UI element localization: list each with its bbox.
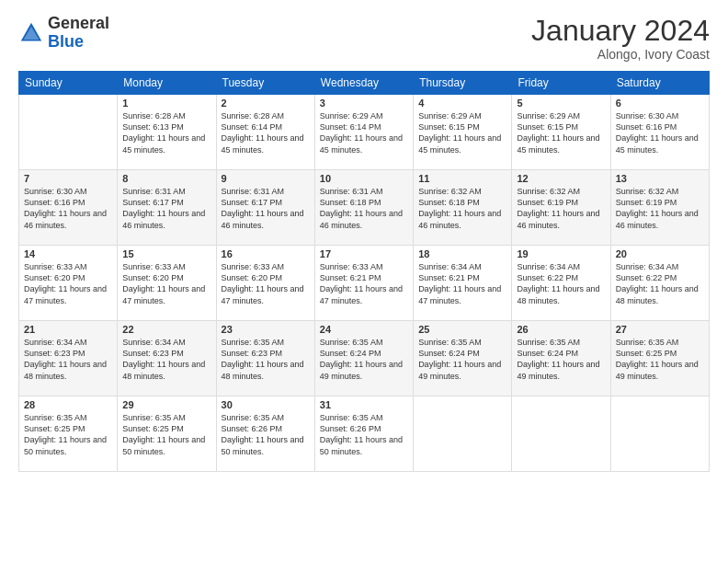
calendar-cell: 6Sunrise: 6:30 AM Sunset: 6:16 PM Daylig… xyxy=(610,95,709,170)
col-saturday: Saturday xyxy=(610,72,709,95)
calendar-cell: 17Sunrise: 6:33 AM Sunset: 6:21 PM Dayli… xyxy=(314,246,413,321)
calendar-cell: 10Sunrise: 6:31 AM Sunset: 6:18 PM Dayli… xyxy=(314,170,413,246)
cell-info: Sunrise: 6:31 AM Sunset: 6:18 PM Dayligh… xyxy=(320,186,408,231)
cell-info: Sunrise: 6:35 AM Sunset: 6:24 PM Dayligh… xyxy=(418,337,506,382)
col-monday: Monday xyxy=(118,72,216,95)
cell-info: Sunrise: 6:33 AM Sunset: 6:20 PM Dayligh… xyxy=(122,261,210,306)
cell-info: Sunrise: 6:35 AM Sunset: 6:24 PM Dayligh… xyxy=(320,337,408,382)
cell-info: Sunrise: 6:33 AM Sunset: 6:20 PM Dayligh… xyxy=(222,261,310,306)
calendar-cell: 21Sunrise: 6:34 AM Sunset: 6:23 PM Dayli… xyxy=(19,321,118,396)
day-number: 16 xyxy=(222,248,310,259)
cell-info: Sunrise: 6:35 AM Sunset: 6:26 PM Dayligh… xyxy=(222,412,310,457)
calendar-header-row: Sunday Monday Tuesday Wednesday Thursday… xyxy=(19,72,710,95)
day-number: 6 xyxy=(616,98,704,109)
day-number: 2 xyxy=(222,98,310,109)
cell-info: Sunrise: 6:34 AM Sunset: 6:23 PM Dayligh… xyxy=(24,337,112,382)
cell-info: Sunrise: 6:34 AM Sunset: 6:22 PM Dayligh… xyxy=(616,261,704,306)
day-number: 23 xyxy=(222,324,310,335)
header: General Blue January 2024 Alongo, Ivory … xyxy=(18,15,710,62)
day-number: 7 xyxy=(24,173,112,184)
cell-info: Sunrise: 6:34 AM Sunset: 6:23 PM Dayligh… xyxy=(122,337,210,382)
calendar-cell xyxy=(610,396,709,472)
calendar-cell: 4Sunrise: 6:29 AM Sunset: 6:15 PM Daylig… xyxy=(414,95,512,170)
logo-general: General xyxy=(48,14,109,32)
day-number: 31 xyxy=(320,399,408,410)
day-number: 19 xyxy=(517,248,605,259)
col-friday: Friday xyxy=(512,72,610,95)
cell-info: Sunrise: 6:30 AM Sunset: 6:16 PM Dayligh… xyxy=(616,110,704,155)
day-number: 15 xyxy=(122,248,210,259)
cell-info: Sunrise: 6:33 AM Sunset: 6:20 PM Dayligh… xyxy=(24,261,112,306)
day-number: 24 xyxy=(320,324,408,335)
day-number: 25 xyxy=(418,324,506,335)
calendar-cell: 18Sunrise: 6:34 AM Sunset: 6:21 PM Dayli… xyxy=(414,246,512,321)
calendar-cell xyxy=(512,396,610,472)
calendar-cell: 2Sunrise: 6:28 AM Sunset: 6:14 PM Daylig… xyxy=(216,95,314,170)
cell-info: Sunrise: 6:35 AM Sunset: 6:25 PM Dayligh… xyxy=(24,412,112,457)
col-tuesday: Tuesday xyxy=(216,72,314,95)
calendar-cell: 12Sunrise: 6:32 AM Sunset: 6:19 PM Dayli… xyxy=(512,170,610,246)
calendar-cell: 31Sunrise: 6:35 AM Sunset: 6:26 PM Dayli… xyxy=(314,396,413,472)
calendar-table: Sunday Monday Tuesday Wednesday Thursday… xyxy=(18,71,710,472)
cell-info: Sunrise: 6:30 AM Sunset: 6:16 PM Dayligh… xyxy=(24,186,112,231)
calendar-cell: 14Sunrise: 6:33 AM Sunset: 6:20 PM Dayli… xyxy=(19,246,118,321)
calendar-cell: 13Sunrise: 6:32 AM Sunset: 6:19 PM Dayli… xyxy=(610,170,709,246)
cell-info: Sunrise: 6:35 AM Sunset: 6:23 PM Dayligh… xyxy=(222,337,310,382)
cell-info: Sunrise: 6:31 AM Sunset: 6:17 PM Dayligh… xyxy=(122,186,210,231)
cell-info: Sunrise: 6:29 AM Sunset: 6:14 PM Dayligh… xyxy=(320,110,408,155)
day-number: 27 xyxy=(616,324,704,335)
cell-info: Sunrise: 6:29 AM Sunset: 6:15 PM Dayligh… xyxy=(517,110,605,155)
calendar-cell: 9Sunrise: 6:31 AM Sunset: 6:17 PM Daylig… xyxy=(216,170,314,246)
day-number: 17 xyxy=(320,248,408,259)
cell-info: Sunrise: 6:35 AM Sunset: 6:26 PM Dayligh… xyxy=(320,412,408,457)
calendar-cell: 22Sunrise: 6:34 AM Sunset: 6:23 PM Dayli… xyxy=(118,321,216,396)
cell-info: Sunrise: 6:33 AM Sunset: 6:21 PM Dayligh… xyxy=(320,261,408,306)
calendar-cell: 24Sunrise: 6:35 AM Sunset: 6:24 PM Dayli… xyxy=(314,321,413,396)
calendar-cell: 3Sunrise: 6:29 AM Sunset: 6:14 PM Daylig… xyxy=(314,95,413,170)
col-wednesday: Wednesday xyxy=(314,72,413,95)
day-number: 26 xyxy=(517,324,605,335)
logo: General Blue xyxy=(18,15,109,52)
calendar-cell: 23Sunrise: 6:35 AM Sunset: 6:23 PM Dayli… xyxy=(216,321,314,396)
calendar-week-3: 14Sunrise: 6:33 AM Sunset: 6:20 PM Dayli… xyxy=(19,246,710,321)
page-container: General Blue January 2024 Alongo, Ivory … xyxy=(0,0,728,481)
calendar-cell: 20Sunrise: 6:34 AM Sunset: 6:22 PM Dayli… xyxy=(610,246,709,321)
day-number: 9 xyxy=(222,173,310,184)
cell-info: Sunrise: 6:32 AM Sunset: 6:18 PM Dayligh… xyxy=(418,186,506,231)
cell-info: Sunrise: 6:32 AM Sunset: 6:19 PM Dayligh… xyxy=(517,186,605,231)
calendar-cell: 16Sunrise: 6:33 AM Sunset: 6:20 PM Dayli… xyxy=(216,246,314,321)
calendar-cell: 1Sunrise: 6:28 AM Sunset: 6:13 PM Daylig… xyxy=(118,95,216,170)
cell-info: Sunrise: 6:35 AM Sunset: 6:25 PM Dayligh… xyxy=(122,412,210,457)
col-thursday: Thursday xyxy=(414,72,512,95)
logo-icon xyxy=(18,20,44,46)
calendar-cell xyxy=(414,396,512,472)
calendar-cell: 25Sunrise: 6:35 AM Sunset: 6:24 PM Dayli… xyxy=(414,321,512,396)
calendar-cell: 11Sunrise: 6:32 AM Sunset: 6:18 PM Dayli… xyxy=(414,170,512,246)
calendar-week-5: 28Sunrise: 6:35 AM Sunset: 6:25 PM Dayli… xyxy=(19,396,710,472)
calendar-cell: 26Sunrise: 6:35 AM Sunset: 6:24 PM Dayli… xyxy=(512,321,610,396)
cell-info: Sunrise: 6:31 AM Sunset: 6:17 PM Dayligh… xyxy=(222,186,310,231)
cell-info: Sunrise: 6:35 AM Sunset: 6:24 PM Dayligh… xyxy=(517,337,605,382)
cell-info: Sunrise: 6:34 AM Sunset: 6:22 PM Dayligh… xyxy=(517,261,605,306)
day-number: 12 xyxy=(517,173,605,184)
calendar-cell xyxy=(19,95,118,170)
cell-info: Sunrise: 6:28 AM Sunset: 6:13 PM Dayligh… xyxy=(122,110,210,155)
day-number: 22 xyxy=(122,324,210,335)
calendar-week-1: 1Sunrise: 6:28 AM Sunset: 6:13 PM Daylig… xyxy=(19,95,710,170)
month-title: January 2024 xyxy=(531,15,710,47)
calendar-cell: 30Sunrise: 6:35 AM Sunset: 6:26 PM Dayli… xyxy=(216,396,314,472)
day-number: 10 xyxy=(320,173,408,184)
calendar-cell: 5Sunrise: 6:29 AM Sunset: 6:15 PM Daylig… xyxy=(512,95,610,170)
cell-info: Sunrise: 6:28 AM Sunset: 6:14 PM Dayligh… xyxy=(222,110,310,155)
day-number: 5 xyxy=(517,98,605,109)
day-number: 13 xyxy=(616,173,704,184)
title-section: January 2024 Alongo, Ivory Coast xyxy=(531,15,710,62)
cell-info: Sunrise: 6:34 AM Sunset: 6:21 PM Dayligh… xyxy=(418,261,506,306)
cell-info: Sunrise: 6:29 AM Sunset: 6:15 PM Dayligh… xyxy=(418,110,506,155)
day-number: 30 xyxy=(222,399,310,410)
day-number: 18 xyxy=(418,248,506,259)
day-number: 14 xyxy=(24,248,112,259)
calendar-cell: 29Sunrise: 6:35 AM Sunset: 6:25 PM Dayli… xyxy=(118,396,216,472)
calendar-cell: 8Sunrise: 6:31 AM Sunset: 6:17 PM Daylig… xyxy=(118,170,216,246)
day-number: 20 xyxy=(616,248,704,259)
